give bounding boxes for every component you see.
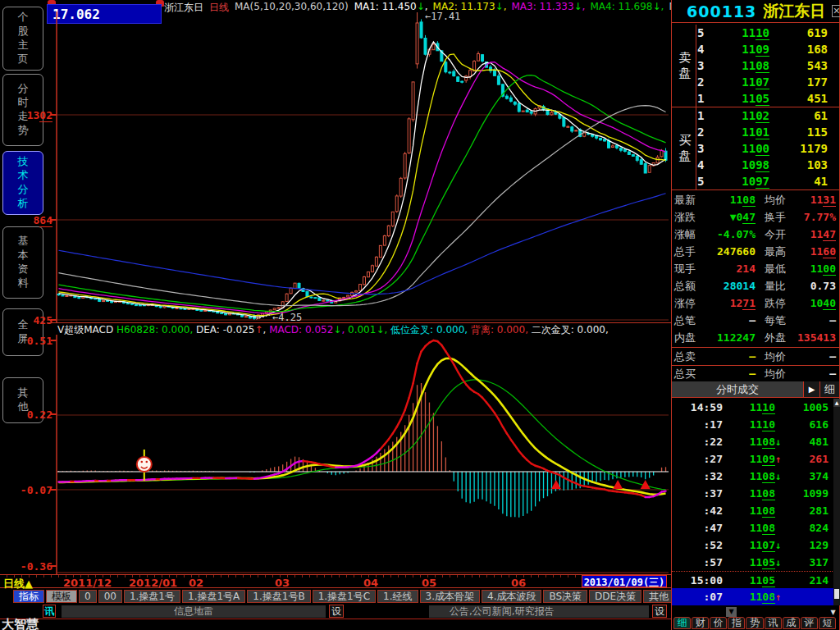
stat-row: 总卖–均价– <box>672 348 839 365</box>
stat-row: 总买–均价– <box>672 365 839 382</box>
toolbar-button-BS决策[interactable]: BS决策 <box>543 590 587 603</box>
chart-annotation: ←4.25 <box>272 312 302 323</box>
stock-code: 600113 <box>687 2 756 21</box>
candlestick-chart <box>47 0 671 322</box>
stat-row: 最新1108均价1131 <box>672 191 839 208</box>
quote-tab-指[interactable]: 指 <box>728 617 745 629</box>
macd-label-part: H60828: 0.000, <box>116 324 196 335</box>
macd-label-part: MACD: 0.052 <box>269 324 333 335</box>
app-window: 个股主页 分时走势 技术分析 基本资料 全屏 其他 17.062 浙江东日 日线… <box>0 0 840 630</box>
toolbar-button-指标[interactable]: 指标 <box>13 590 44 603</box>
macd-axis-label: 0.22 <box>3 409 52 421</box>
quote-tab-讯[interactable]: 讯 <box>765 617 782 629</box>
orderbook-row[interactable]: 51110619 <box>672 25 839 41</box>
macd-chart <box>47 335 671 574</box>
close-icon[interactable]: ✕ <box>832 5 840 17</box>
macd-label-part: ↓ <box>376 324 384 335</box>
sidebar-tab-stock-home[interactable]: 个股主页 <box>2 7 43 71</box>
stat-row: 内盘112247外盘135413 <box>672 329 839 346</box>
tick-row: :471108824 <box>672 519 839 536</box>
tick-row: :221108↓481 <box>672 433 839 450</box>
price-axis-label: 1302 <box>3 109 52 121</box>
timeline-label: 05 <box>422 577 436 589</box>
macd-label-part: , <box>341 324 348 335</box>
time-sales-scrollbar[interactable]: ▲ <box>833 399 840 605</box>
quote-tab-势[interactable]: 势 <box>746 617 763 629</box>
info-mine-bar[interactable]: 信息地雷 <box>62 605 326 618</box>
orderbook-row[interactable]: 1110261 <box>672 107 839 124</box>
stat-row: 涨跌▼047换手7.77% <box>672 208 839 226</box>
quote-stats: 最新1108均价1131涨跌▼047换手7.77%涨幅-4.07%今开1147总… <box>672 191 839 346</box>
announcement-bar[interactable]: 公告,公司新闻,研究报告 <box>429 605 649 618</box>
scrollbar-thumb[interactable] <box>834 589 839 599</box>
quote-tab-价[interactable]: 价 <box>710 617 727 629</box>
quote-tab-细[interactable]: 细 <box>673 617 691 629</box>
orderbook-row[interactable]: 31108543 <box>672 57 839 74</box>
play-button[interactable]: ▶ <box>803 381 819 397</box>
indicator-toolbar: 指标模板0001.操盘1号1.操盘1号A1.操盘1号B1.操盘1号C1.经线3.… <box>0 588 671 605</box>
sidebar-tab-fundamentals[interactable]: 基本资料 <box>2 226 43 299</box>
settings-button[interactable]: 设 <box>652 605 667 618</box>
toolbar-button-1.经线[interactable]: 1.经线 <box>377 590 418 603</box>
orderbook-row[interactable]: 5109741 <box>672 173 839 189</box>
toolbar-button-4.成本波段[interactable]: 4.成本波段 <box>482 590 541 603</box>
sell-orderbook: 5111061941109168311085432110717711105451 <box>672 25 839 107</box>
quote-tab-财[interactable]: 财 <box>692 617 709 629</box>
orderbook-row[interactable]: 311001179 <box>672 140 839 157</box>
stat-row: 总手247660最高1160 <box>672 243 839 260</box>
brand-footer: 大智慧 <box>0 619 671 630</box>
dropdown-icon[interactable]: ▼ <box>726 607 737 617</box>
macd-label-part: 二次金叉: 0.000, <box>532 324 609 335</box>
buy-orderbook: 111026121101115311001179410981035109741 <box>672 107 839 189</box>
settings-button[interactable]: 设 <box>329 605 344 618</box>
quote-panel: 600113 浙江东日 ✕ 卖盘 买盘 51110619411091683110… <box>671 0 840 630</box>
news-icon[interactable]: 讯 <box>43 605 56 618</box>
orderbook-row[interactable]: 41109168 <box>672 41 839 57</box>
quote-tab-短[interactable]: 短 <box>819 617 836 629</box>
macd-axis-label: -0.36 <box>3 560 52 573</box>
orderbook-row[interactable]: 11105451 <box>672 90 839 107</box>
toolbar-button-1.操盘1号C[interactable]: 1.操盘1号C <box>313 590 376 603</box>
toolbar-button-3.成本骨架[interactable]: 3.成本骨架 <box>420 590 480 603</box>
timeline-label: 06 <box>511 577 526 589</box>
quote-tab-评[interactable]: 评 <box>801 617 818 629</box>
toolbar-button-00[interactable]: 00 <box>98 590 122 603</box>
macd-indicator-label-row: V超级MACD H60828: 0.000, DEA: -0.025↑, MAC… <box>47 322 671 335</box>
quote-tab-成[interactable]: 成 <box>783 617 800 629</box>
macd-label-part: ↑ <box>254 324 262 335</box>
time-sales-list: 14:5911101005:171110616:221108↓481:27110… <box>672 399 839 605</box>
toolbar-button-1.操盘1号B[interactable]: 1.操盘1号B <box>247 590 310 603</box>
macd-label-part: V超级MACD <box>57 324 116 335</box>
orderbook-row[interactable]: 41098103 <box>672 157 839 173</box>
price-axis-label: 425 <box>3 314 52 326</box>
tick-row: :171110616 <box>672 416 839 433</box>
time-sales-header: 分时成交 ▶ 细 <box>672 381 839 398</box>
quote-panel-tabs: 细财价指势讯成评短 <box>673 617 836 629</box>
stat-row: 涨幅-4.07%今开1147 <box>672 226 839 243</box>
macd-axis-label: 0.51 <box>3 335 52 347</box>
orderbook-row[interactable]: 21107177 <box>672 74 839 90</box>
toolbar-button-0[interactable]: 0 <box>79 590 97 603</box>
sidebar-tab-technical-analysis[interactable]: 技术分析 <box>2 151 43 215</box>
timeline-date-box[interactable]: 2013/01/09(三) <box>582 575 667 587</box>
stat-row: 总额28014量比0.73 <box>672 277 839 294</box>
info-bar: 讯 信息地雷 设 公告,公司新闻,研究报告 设 <box>0 605 671 619</box>
toolbar-button-模板[interactable]: 模板 <box>46 590 77 603</box>
timeline-label: 04 <box>363 577 378 589</box>
quote-panel-header: 600113 浙江东日 ✕ <box>672 0 839 23</box>
toolbar-button-其他[interactable]: 其他 <box>643 590 674 603</box>
detail-button[interactable]: 细 <box>819 381 839 397</box>
toolbar-button-1.操盘1号[interactable]: 1.操盘1号 <box>124 590 180 603</box>
tick-row: :271109↑261 <box>672 450 839 468</box>
macd-label-part: , <box>262 324 269 335</box>
stat-row: 现手214最低1100 <box>672 260 839 277</box>
macd-label-part: 背离: 0.000, <box>471 324 532 335</box>
orderbook-row[interactable]: 21101115 <box>672 124 839 140</box>
tick-row: :321108↓374 <box>672 468 839 485</box>
toolbar-button-DDE决策[interactable]: DDE决策 <box>589 590 641 603</box>
stat-row: 涨停1271跌停1040 <box>672 294 839 312</box>
toolbar-button-1.操盘1号A[interactable]: 1.操盘1号A <box>182 590 245 603</box>
scroll-up-icon[interactable]: ▲ <box>833 399 840 407</box>
tick-row: :3711081099 <box>672 485 839 502</box>
macd-label-part: , <box>384 324 390 335</box>
